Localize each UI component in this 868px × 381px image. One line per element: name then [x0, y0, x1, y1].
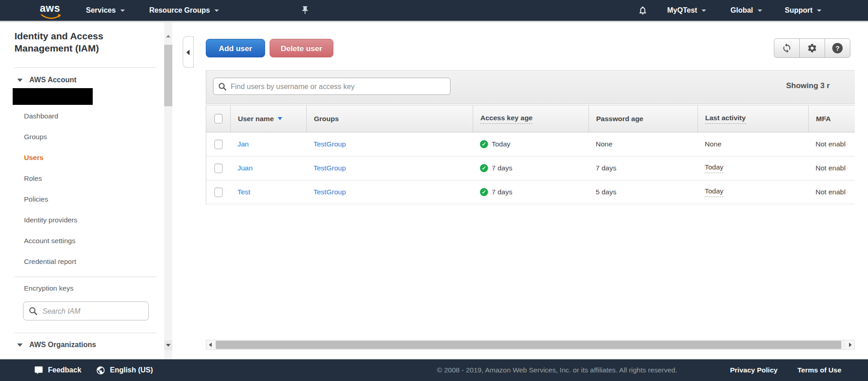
column-header-mfa[interactable]: MFA: [808, 105, 855, 132]
chevron-down-icon: [214, 9, 219, 12]
chevron-down-icon: [758, 9, 762, 12]
help-icon: ?: [832, 43, 843, 53]
password-age-cell: 7 days: [588, 156, 697, 180]
sidebar-item-roles[interactable]: Roles: [24, 168, 77, 189]
refresh-icon: [782, 43, 792, 53]
sidebar-item-policies[interactable]: Policies: [24, 189, 77, 210]
search-icon: [218, 82, 227, 91]
user-link[interactable]: Juan: [237, 164, 253, 172]
last-activity-cell: Today: [697, 156, 808, 180]
iam-search-input[interactable]: [42, 304, 147, 319]
users-table-header: User name Groups Access key age Password…: [206, 105, 855, 132]
user-link[interactable]: Jan: [237, 140, 249, 148]
row-checkbox[interactable]: [214, 188, 223, 197]
terms-of-use-link[interactable]: Terms of Use: [797, 359, 841, 381]
scroll-down-arrow-icon: [166, 344, 171, 347]
last-activity-cell: None: [697, 132, 808, 156]
top-nav: aws Services Resource Groups MyQTest Glo…: [0, 0, 868, 22]
notifications-bell-icon[interactable]: [638, 5, 648, 17]
horizontal-scrollbar[interactable]: [206, 340, 855, 350]
sidebar-item-account-settings[interactable]: Account settings: [24, 230, 77, 251]
last-activity-cell: Today: [697, 180, 808, 204]
main-content: Add user Delete user ? Showing 3 r: [206, 22, 855, 359]
nav-services[interactable]: Services: [86, 0, 125, 21]
password-age-cell: None: [588, 132, 697, 156]
user-link[interactable]: Test: [237, 188, 250, 196]
scroll-left-button[interactable]: [206, 340, 215, 349]
select-all-checkbox-cell: [206, 105, 230, 132]
sidebar-title: Identity and Access Management (IAM): [14, 30, 138, 54]
chevron-down-icon: [120, 9, 125, 12]
table-row: Test TestGroup ✓ 7 days 5 days Today Not…: [206, 180, 855, 204]
footer: Feedback English (US) © 2008 - 2019, Ama…: [0, 359, 868, 381]
chevron-left-icon: [186, 50, 190, 55]
table-row: Juan TestGroup ✓ 7 days 7 days Today Not…: [206, 156, 855, 180]
mfa-cell: Not enabl: [808, 132, 855, 156]
help-button[interactable]: ?: [825, 38, 850, 58]
nav-resource-groups[interactable]: Resource Groups: [149, 0, 219, 21]
horizontal-scrollbar-thumb[interactable]: [216, 341, 841, 349]
group-link[interactable]: TestGroup: [313, 164, 346, 172]
search-icon: [28, 306, 38, 316]
check-icon: ✓: [480, 164, 488, 172]
scroll-down-button[interactable]: [164, 340, 172, 350]
scroll-up-arrow-icon[interactable]: [166, 35, 171, 38]
sidebar-item-groups[interactable]: Groups: [24, 127, 77, 147]
iam-console-page: aws Services Resource Groups MyQTest Glo…: [0, 0, 868, 381]
nav-region-menu[interactable]: Global: [730, 0, 762, 21]
refresh-button[interactable]: [774, 38, 800, 58]
divider: [14, 277, 156, 277]
chevron-down-icon: [702, 9, 706, 12]
divider: [14, 67, 156, 68]
sidebar-item-identity-providers[interactable]: Identity providers: [24, 210, 77, 230]
users-table-body: Jan TestGroup ✓ Today None None Not enab…: [206, 132, 855, 204]
results-count: Showing 3 r: [786, 81, 830, 90]
speech-bubble-icon: [34, 366, 43, 375]
user-filter-input[interactable]: [230, 80, 448, 94]
select-all-checkbox[interactable]: [214, 114, 223, 123]
column-header-password-age[interactable]: Password age: [588, 105, 697, 132]
chevron-down-icon: [817, 9, 821, 12]
language-selector[interactable]: English (US): [110, 359, 153, 381]
sidebar-item-dashboard[interactable]: Dashboard: [24, 106, 77, 127]
access-key-age-cell: ✓ Today: [473, 132, 588, 156]
group-link[interactable]: TestGroup: [313, 188, 346, 196]
sidebar-scrollbar[interactable]: [164, 22, 172, 359]
check-icon: ✓: [480, 188, 488, 196]
scroll-right-arrow-icon: [849, 343, 852, 347]
user-filter-box: [213, 78, 451, 95]
sidebar-item-credential-report[interactable]: Credential report: [24, 251, 77, 272]
iam-search-box: [23, 301, 149, 320]
copyright-text: © 2008 - 2019, Amazon Web Services, Inc.…: [437, 359, 677, 381]
pin-icon[interactable]: [300, 5, 310, 17]
column-header-access-key-age[interactable]: Access key age: [473, 105, 588, 132]
column-header-user-name[interactable]: User name: [230, 105, 306, 132]
sidebar-collapse-tab[interactable]: [183, 36, 194, 68]
sidebar-section-aws-organizations[interactable]: AWS Organizations: [17, 339, 96, 351]
row-checkbox[interactable]: [214, 140, 223, 149]
sort-descending-icon: [278, 117, 282, 120]
sidebar-item-users[interactable]: Users: [24, 147, 77, 168]
triangle-down-icon: [17, 79, 23, 82]
scroll-right-button[interactable]: [846, 340, 854, 349]
delete-user-button[interactable]: Delete user: [270, 39, 333, 57]
row-checkbox[interactable]: [214, 164, 223, 173]
column-header-groups[interactable]: Groups: [306, 105, 473, 132]
nav-support-menu[interactable]: Support: [785, 0, 821, 21]
column-header-last-activity[interactable]: Last activity: [697, 105, 808, 132]
nav-account-menu[interactable]: MyQTest: [667, 0, 706, 21]
password-age-cell: 5 days: [588, 180, 697, 204]
sidebar-item-encryption-keys[interactable]: Encryption keys: [24, 283, 73, 294]
add-user-button[interactable]: Add user: [206, 39, 265, 57]
divider: [14, 333, 156, 333]
sidebar-scrollbar-thumb[interactable]: [164, 45, 172, 106]
aws-logo[interactable]: aws: [40, 3, 63, 19]
access-key-age-cell: ✓ 7 days: [473, 180, 588, 204]
feedback-button[interactable]: Feedback: [48, 359, 81, 381]
settings-button[interactable]: [799, 38, 825, 58]
sidebar-section-aws-account[interactable]: AWS Account: [17, 74, 76, 86]
aws-smile-icon: [40, 14, 62, 20]
globe-icon: [96, 366, 105, 375]
group-link[interactable]: TestGroup: [313, 140, 346, 148]
privacy-policy-link[interactable]: Privacy Policy: [730, 359, 778, 381]
